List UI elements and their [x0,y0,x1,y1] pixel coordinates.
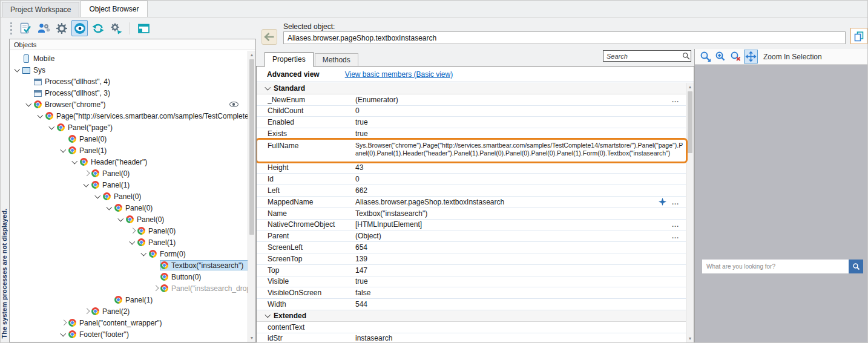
copy-button[interactable] [850,28,867,44]
basic-view-link[interactable]: View basic members (Basic view) [345,70,453,79]
tree-item[interactable]: Panel(1) [10,179,248,191]
properties-scrollbar-thumb[interactable] [688,91,692,153]
tree-scrollbar[interactable]: ▲ ▼ [248,51,255,342]
map-icon[interactable] [657,198,668,206]
tree-item[interactable]: Panel(0) [10,168,248,179]
chevron-collapsed-icon[interactable] [59,319,68,327]
tree-item[interactable]: Page("http://services.smartbear.com/samp… [10,110,248,122]
search-input[interactable] [603,53,681,60]
tree-item[interactable]: Browser("chrome") [10,99,248,110]
chevron-collapsed-icon[interactable] [82,307,91,316]
property-row[interactable]: FullNameSys.Browser("chrome").Page("http… [257,140,686,163]
property-row[interactable]: Enabledtrue [257,117,686,128]
selected-object-input[interactable] [283,31,846,44]
chevron-expanded-icon[interactable] [264,84,272,93]
chevron-expanded-icon[interactable] [13,66,22,74]
tree-item[interactable] [10,340,248,342]
section-header[interactable]: Standard [257,83,686,94]
tree-item[interactable]: Panel(1) [10,237,248,248]
preview-search-input[interactable] [702,260,849,273]
user-gears-button[interactable] [35,20,51,36]
chevron-expanded-icon[interactable] [59,146,68,155]
eye-icon[interactable] [229,102,238,107]
scroll-down-arrow-icon[interactable]: ▼ [248,334,255,342]
property-row[interactable]: Visibletrue [257,276,686,288]
property-row[interactable]: ScreenTop139 [257,253,686,265]
checklist-button[interactable] [17,20,33,36]
chevron-expanded-icon[interactable] [128,238,137,247]
ellipsis-button[interactable]: ... [668,96,686,103]
chevron-expanded-icon[interactable] [25,100,33,109]
tree-scrollbar-thumb[interactable] [249,59,254,235]
back-button[interactable] [261,29,277,45]
tree-item[interactable]: Textbox("instasearch") [10,260,248,271]
tree-item[interactable]: Panel("instasearch_drop' [10,283,248,294]
zoom-cancel-button[interactable] [729,50,743,64]
tree-item[interactable]: Process("dllhost", 3) [10,87,248,99]
property-row[interactable]: NativeChromeObject[HTMLInputElement]... [257,220,686,231]
tab-methods[interactable]: Methods [315,53,358,66]
property-row[interactable]: Id0 [257,174,686,185]
tree-item[interactable]: Panel(1) [10,294,248,305]
tree-item[interactable]: Header("header") [10,156,248,168]
tree-item[interactable]: Panel(0) [10,202,248,214]
settings-gear-button[interactable] [53,20,70,36]
property-row[interactable]: VisibleOnScreenfalse [257,287,686,299]
tree-item[interactable]: Footer("footer") [10,328,248,340]
tree-item[interactable]: Panel(0) [10,225,248,237]
property-row[interactable]: Width544 [257,299,686,310]
tree-item[interactable]: Panel(1) [10,145,248,156]
tab-project-workspace[interactable]: Project Workspace [2,2,79,17]
fit-to-selection-button[interactable] [744,50,758,64]
tree-item[interactable]: Panel(0) [10,214,248,225]
scroll-up-arrow-icon[interactable]: ▲ [686,83,694,91]
ellipsis-button[interactable]: ... [668,198,686,206]
tree-item[interactable]: Panel("page") [10,122,248,133]
properties-scrollbar[interactable]: ▲ ▼ [686,83,694,342]
panels-button[interactable] [136,20,152,36]
property-row[interactable]: contentText [257,322,686,333]
tree-item[interactable]: Sys [10,64,248,76]
chevron-collapsed-icon[interactable] [71,342,79,342]
chevron-expanded-icon[interactable] [140,250,148,258]
chevron-collapsed-icon[interactable] [128,227,137,235]
chevron-expanded-icon[interactable] [71,158,79,166]
property-row[interactable]: ChildCount0 [257,106,686,117]
chevron-expanded-icon[interactable] [82,181,91,189]
tree-item[interactable]: Process("dllhost", 4) [10,76,248,87]
property-row[interactable]: Parent(Object)... [257,230,686,242]
property-row[interactable]: ScreenLeft654 [257,242,686,253]
ellipsis-button[interactable]: ... [668,232,686,240]
chevron-expanded-icon[interactable] [36,112,45,120]
chevron-expanded-icon[interactable] [59,330,68,339]
property-row[interactable]: Top147 [257,265,686,276]
tab-object-browser[interactable]: Object Browser [81,1,147,17]
property-row[interactable]: Height43 [257,163,686,174]
property-row[interactable]: Existstrue [257,128,686,140]
highlight-toggle-button[interactable] [71,20,88,36]
toolbar-drag-handle[interactable] [10,22,12,34]
chevron-expanded-icon[interactable] [48,123,56,132]
section-header[interactable]: Extended [257,310,686,322]
run-settings-button[interactable] [108,20,124,36]
tree-item[interactable]: Panel(0) [10,133,248,145]
zoom-select-button[interactable] [699,50,712,64]
tree-item[interactable]: Form(0) [10,248,248,260]
zoom-in-button[interactable] [714,50,728,64]
property-row[interactable]: _NewEnum(Enumerator)... [257,94,686,106]
tab-properties[interactable]: Properties [265,52,314,67]
chevron-collapsed-icon[interactable] [82,169,91,178]
preview-search-button[interactable] [849,260,863,273]
tree-item[interactable]: Panel("content_wrapper") [10,317,248,328]
property-row[interactable]: NameTextbox("instasearch") [257,208,686,220]
property-row[interactable]: idStrinstasearch [257,333,686,342]
scroll-down-arrow-icon[interactable]: ▼ [686,335,694,342]
chevron-expanded-icon[interactable] [105,204,114,212]
chevron-expanded-icon[interactable] [94,192,102,201]
tree-item[interactable]: Mobile [10,53,248,64]
tree-item[interactable]: Panel(0) [10,191,248,202]
inspector-searchbox[interactable] [603,50,691,62]
tree-item[interactable]: Panel(2) [10,305,248,317]
chevron-expanded-icon[interactable] [117,215,125,224]
chevron-collapsed-icon[interactable] [151,284,160,293]
